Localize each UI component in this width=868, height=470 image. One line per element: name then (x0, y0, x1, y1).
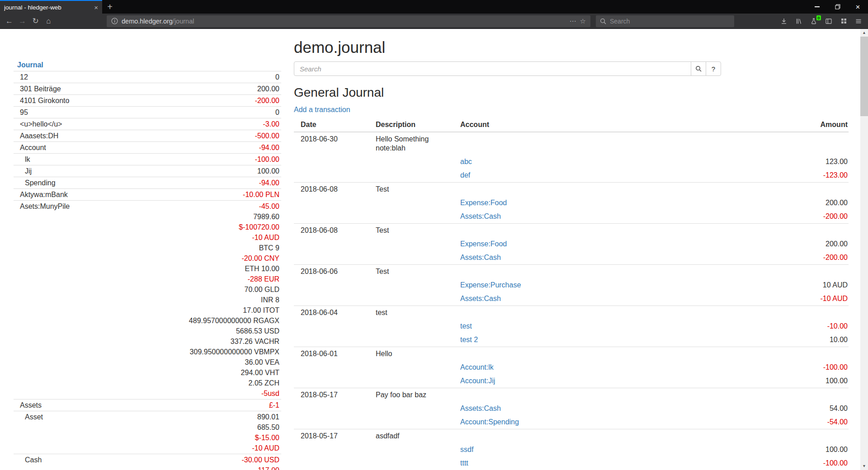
url-bar[interactable]: demo.hledger.org/journal ⋯ ☆ (107, 15, 590, 27)
sidebar-account-link[interactable]: Account (14, 142, 46, 153)
library-button[interactable] (793, 15, 805, 27)
balance-amount: 890.01 (252, 412, 279, 422)
sidebar-account-link[interactable]: 95 (14, 107, 28, 118)
posting-account-link[interactable]: test (460, 322, 472, 330)
sidebar-toggle-button[interactable] (823, 15, 835, 27)
site-info-icon[interactable] (111, 18, 118, 24)
sidebar-account-link[interactable]: Cash (14, 455, 42, 470)
home-button[interactable]: ⌂ (42, 15, 55, 28)
sidebar-account-link[interactable]: 12 (14, 72, 28, 82)
extension-flask-button[interactable]: 0 (808, 15, 820, 27)
reload-button[interactable]: ↻ (29, 15, 42, 28)
sidebar: Journal 120301 Beiträge200.004101 Giroko… (14, 59, 281, 470)
posting-account-link[interactable]: ssdf (460, 446, 473, 453)
browser-search-box[interactable] (596, 15, 734, 27)
sidebar-account-link[interactable]: Asset (14, 412, 43, 453)
transaction-description: asdfadf (376, 429, 460, 443)
sidebar-account-row[interactable]: <u>hello</u>-3.00 (14, 118, 281, 130)
sidebar-journal-link[interactable]: Journal (17, 61, 43, 69)
balance-amount: INR 8 (189, 295, 279, 305)
tab-close-icon[interactable]: × (94, 4, 98, 11)
posting-account-link[interactable]: Account:Spending (460, 418, 519, 426)
window-controls: × (807, 0, 868, 14)
journal-search-button[interactable] (691, 61, 706, 76)
sidebar-account-balance: 100.00 (257, 166, 281, 176)
balance-amount: 200.00 (257, 84, 279, 94)
sidebar-account-row[interactable]: 120 (14, 71, 281, 83)
browser-tab[interactable]: journal - hledger-web × (0, 0, 102, 14)
journal-search-input[interactable] (294, 61, 691, 76)
sidebar-account-row[interactable]: Account-94.00 (14, 141, 281, 153)
sidebar-account-row[interactable]: Aaasets:DH-500.00 (14, 130, 281, 141)
balance-amount: 2.05 ZCH (189, 378, 279, 388)
minimize-button[interactable] (807, 0, 827, 14)
sidebar-account-link[interactable]: Spending (14, 178, 56, 188)
bookmark-star-icon[interactable]: ☆ (580, 18, 586, 24)
scroll-up-arrow[interactable]: ▲ (860, 29, 868, 37)
scrollbar-thumb[interactable] (860, 37, 868, 116)
sidebar-account-row[interactable]: Spending-94.00 (14, 177, 281, 188)
page-actions-icon[interactable]: ⋯ (570, 18, 576, 24)
downloads-button[interactable] (778, 15, 790, 27)
browser-search-input[interactable] (610, 18, 730, 25)
posting-account-link[interactable]: abc (460, 158, 472, 165)
sidebar-account-row[interactable]: lk-100.00 (14, 153, 281, 165)
sidebar-account-row[interactable]: Asets:MunyPile-45.007989.60$-100720.00-1… (14, 200, 281, 399)
transaction-description: Hello (376, 347, 460, 361)
sidebar-account-link[interactable]: Jij (14, 166, 32, 176)
back-button[interactable]: ← (3, 15, 16, 28)
grid-icon (840, 18, 847, 24)
close-window-button[interactable]: × (848, 0, 868, 14)
grid-button[interactable] (838, 15, 849, 27)
posting-account-link[interactable]: def (460, 171, 470, 179)
transaction-title-row: 2018-06-04test (294, 306, 849, 320)
posting-account-link[interactable]: test 2 (460, 336, 478, 343)
sidebar-account-row[interactable]: 301 Beiträge200.00 (14, 83, 281, 94)
new-tab-button[interactable]: + (102, 0, 118, 14)
sidebar-account-row[interactable]: Aktywa:mBank-10.00 PLN (14, 188, 281, 200)
posting-amount: 100.00 (745, 374, 849, 388)
posting-account-link[interactable]: Expense:Food (460, 240, 507, 248)
menu-button[interactable] (853, 15, 864, 27)
sidebar-account-balance: -94.00 (259, 178, 281, 188)
scroll-down-arrow[interactable]: ▼ (860, 462, 868, 470)
sidebar-account-link[interactable]: 4101 Girokonto (14, 95, 69, 106)
transaction-title-row: 2018-06-08Test (294, 224, 849, 237)
url-path: /journal (173, 18, 194, 25)
sidebar-account-link[interactable]: lk (14, 154, 30, 164)
sidebar-account-row[interactable]: Assets£-1 (14, 399, 281, 411)
sidebar-account-link[interactable]: Assets (14, 400, 42, 410)
sidebar-account-balance: 0 (275, 72, 281, 82)
forward-button[interactable]: → (16, 15, 29, 28)
sidebar-account-row[interactable]: Asset890.01685.50$-15.00-10 AUD (14, 411, 281, 454)
sidebar-account-row[interactable]: 950 (14, 106, 281, 118)
posting-account-link[interactable]: Assets:Cash (460, 212, 501, 220)
transaction-date: 2018-06-30 (294, 132, 376, 155)
sidebar-account-row[interactable]: 4101 Girokonto-200.00 (14, 94, 281, 106)
sidebar-account-row[interactable]: Jij100.00 (14, 165, 281, 177)
sidebar-account-link[interactable]: Asets:MunyPile (14, 201, 70, 399)
page-scrollbar[interactable]: ▲ ▼ (860, 29, 868, 470)
search-help-button[interactable]: ? (706, 61, 721, 76)
add-transaction-link[interactable]: Add a transaction (294, 106, 350, 114)
posting-account-link[interactable]: Expense:Food (460, 199, 507, 207)
restore-button[interactable] (827, 0, 848, 14)
sidebar-account-link[interactable]: 301 Beiträge (14, 84, 61, 94)
posting-row: Account:Jij100.00 (294, 374, 849, 388)
posting-account-link[interactable]: Account:Jij (460, 377, 495, 385)
posting-account-link[interactable]: Assets:Cash (460, 254, 501, 261)
sidebar-account-row[interactable]: Cash-30.00 USD-117.00 (14, 454, 281, 470)
posting-account-link[interactable]: Assets:Cash (460, 295, 501, 302)
sidebar-account-link[interactable]: <u>hello</u> (14, 119, 62, 129)
transaction-block: 2018-06-30Hello Something note:blahabc12… (294, 132, 849, 182)
posting-amount: -100.00 (745, 361, 849, 374)
sidebar-account-link[interactable]: Aktywa:mBank (14, 189, 68, 200)
balance-amount: 70.00 GLD (189, 284, 279, 295)
posting-account-link[interactable]: Assets:Cash (460, 404, 501, 412)
transaction-block: 2018-06-08TestExpense:Food200.00Assets:C… (294, 182, 849, 223)
posting-account-link[interactable]: Account:lk (460, 363, 494, 371)
sidebar-account-link[interactable]: Aaasets:DH (14, 131, 58, 141)
transaction-block: 2018-06-08TestExpense:Food200.00Assets:C… (294, 223, 849, 264)
posting-account-link[interactable]: Expense:Purchase (460, 281, 521, 289)
posting-account-link[interactable]: tttt (460, 459, 468, 467)
